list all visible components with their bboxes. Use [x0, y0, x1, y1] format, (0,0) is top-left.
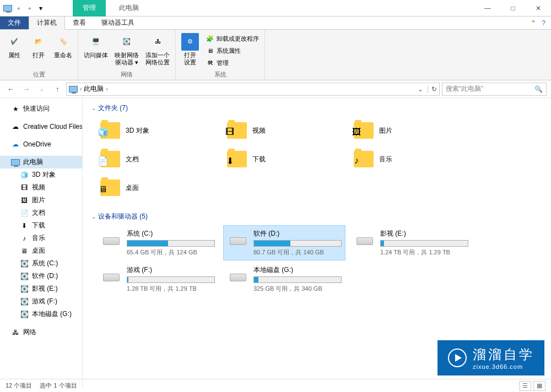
drive-item[interactable]: 软件 (D:) 80.7 GB 可用，共 140 GB — [224, 226, 345, 260]
sidebar-videos[interactable]: 🎞视频 — [0, 181, 82, 194]
drive-icon: 💽 — [20, 285, 29, 293]
folder-label: 视频 — [252, 126, 266, 135]
drive-item[interactable]: 本地磁盘 (G:) 325 GB 可用，共 340 GB — [224, 262, 345, 296]
tab-view[interactable]: 查看 — [65, 17, 94, 29]
sidebar-drive-g[interactable]: 💽本地磁盘 (G:) — [0, 308, 82, 320]
refresh-button[interactable]: ↻ — [428, 85, 437, 93]
sidebar-creative-cloud[interactable]: ☁Creative Cloud Files — [0, 121, 82, 133]
back-button[interactable]: ← — [4, 83, 18, 96]
properties-button[interactable]: ✔️属性 — [3, 31, 25, 70]
svg-marker-1 — [455, 354, 462, 362]
navbar: ← → ⌄ ↑ › 此电脑 › ⌄ ↻ 搜索"此电脑" 🔍 — [0, 80, 551, 98]
drive-label: 软件 (D:) — [253, 229, 342, 238]
statusbar: 12 个项目 选中 1 个项目 ☰ ▦ — [0, 379, 551, 392]
folder-item[interactable]: ⬇下载 — [224, 146, 328, 172]
sidebar-this-pc[interactable]: 此电脑 — [0, 156, 82, 168]
drive-item[interactable]: 系统 (C:) 65.4 GB 可用，共 124 GB — [97, 226, 218, 260]
watermark: 溜溜自学 zixue.3d66.com — [437, 340, 544, 375]
drive-icon — [227, 229, 249, 251]
address-bar[interactable]: › 此电脑 › ⌄ ↻ — [66, 83, 440, 96]
folder-item[interactable]: 🖼图片 — [350, 117, 455, 144]
folder-label: 桌面 — [126, 183, 139, 193]
sidebar-onedrive[interactable]: ☁OneDrive — [0, 138, 82, 150]
drive-item[interactable]: 游戏 (F:) 1.28 TB 可用，共 1.29 TB — [97, 262, 218, 296]
sidebar-drive-d[interactable]: 💽软件 (D:) — [0, 270, 82, 282]
view-details-button[interactable]: ☰ — [519, 381, 531, 391]
help-icon[interactable]: ? — [542, 19, 545, 27]
mapdrive-icon: 💽 — [118, 33, 136, 51]
folder-icon: 🎞 — [226, 119, 248, 141]
open-button[interactable]: 📂打开 — [28, 31, 50, 70]
section-folders-header[interactable]: ⌄ 文件夹 (7) — [91, 104, 542, 113]
drive-item[interactable]: 影视 (E:) 1.24 TB 可用，共 1.29 TB — [350, 226, 472, 260]
sidebar-drive-c[interactable]: 💽系统 (C:) — [0, 257, 82, 270]
breadcrumb-thispc[interactable]: 此电脑 — [84, 84, 104, 94]
sidebar-drive-f[interactable]: 💽游戏 (F:) — [0, 295, 82, 308]
up-button[interactable]: ↑ — [51, 83, 64, 96]
close-button[interactable]: ✕ — [526, 0, 551, 17]
addloc-icon: 🖧 — [149, 33, 166, 51]
qat-1[interactable]: ▫ — [14, 4, 23, 13]
history-dropdown[interactable]: ⌄ — [35, 83, 48, 96]
forward-button[interactable]: → — [20, 83, 33, 96]
map-drive-button[interactable]: 💽映射网络 驱动器 ▾ — [112, 31, 141, 70]
qat-dropdown[interactable]: ▾ — [36, 4, 45, 13]
chevron-icon[interactable]: › — [106, 86, 107, 92]
media-icon: 🖥️ — [87, 33, 105, 51]
rename-button[interactable]: 🏷️重命名 — [52, 31, 74, 70]
app-icon — [3, 4, 12, 13]
titlebar: ▫ ▫ ▾ 管理 此电脑 — □ ✕ — [0, 0, 551, 17]
sidebar-documents[interactable]: 📄文档 — [0, 206, 82, 219]
sidebar-3d-objects[interactable]: 🧊3D 对象 — [0, 168, 82, 181]
chevron-down-icon: ⌄ — [91, 214, 96, 220]
ribbon-tabs: 文件 计算机 查看 驱动器工具 ⌃ ? — [0, 17, 551, 30]
search-input[interactable]: 搜索"此电脑" 🔍 — [442, 83, 547, 96]
folder-item[interactable]: ♪音乐 — [350, 146, 455, 172]
system-properties-button[interactable]: 🖥系统属性 — [203, 45, 261, 56]
sidebar-music[interactable]: ♪音乐 — [0, 232, 82, 244]
folder-item[interactable]: 🧊3D 对象 — [97, 117, 202, 144]
view-icons-button[interactable]: ▦ — [533, 381, 545, 391]
drive-usage-bar — [253, 240, 342, 247]
tab-file[interactable]: 文件 — [0, 17, 29, 29]
folder-label: 文档 — [126, 155, 139, 164]
sidebar-quick-access[interactable]: ★快速访问 — [0, 102, 82, 115]
sidebar: ★快速访问 ☁Creative Cloud Files ☁OneDrive 此电… — [0, 98, 83, 389]
sidebar-downloads[interactable]: ⬇下载 — [0, 219, 82, 232]
sidebar-desktop[interactable]: 🖥桌面 — [0, 244, 82, 257]
add-network-location-button[interactable]: 🖧添加一个 网络位置 — [143, 31, 172, 70]
sidebar-drive-e[interactable]: 💽影视 (E:) — [0, 282, 82, 295]
tab-computer[interactable]: 计算机 — [29, 17, 65, 30]
qat-2[interactable]: ▫ — [25, 4, 34, 13]
drive-usage-bar — [380, 240, 468, 247]
drive-icon: 💽 — [20, 310, 29, 319]
folder-label: 3D 对象 — [126, 126, 149, 135]
chevron-down-icon: ⌄ — [91, 105, 96, 111]
folder-item[interactable]: 📄文档 — [97, 146, 202, 172]
drive-icon: 💽 — [20, 297, 29, 306]
uninstall-button[interactable]: 🧩卸载或更改程序 — [203, 33, 261, 44]
minimize-button[interactable]: — — [475, 0, 500, 17]
chevron-icon[interactable]: › — [80, 86, 82, 92]
drive-label: 游戏 (F:) — [127, 265, 215, 275]
open-settings-button[interactable]: ⚙打开 设置 — [179, 31, 201, 70]
drive-free-text: 80.7 GB 可用，共 140 GB — [253, 248, 342, 257]
folder-item[interactable]: 🎞视频 — [224, 117, 328, 144]
tab-drivetools[interactable]: 驱动器工具 — [94, 17, 142, 29]
address-dropdown-icon[interactable]: ⌄ — [418, 85, 423, 93]
drive-label: 本地磁盘 (G:) — [253, 265, 342, 275]
sidebar-pictures[interactable]: 🖼图片 — [0, 194, 82, 206]
status-selected: 选中 1 个项目 — [40, 382, 77, 390]
access-media-button[interactable]: 🖥️访问媒体 — [82, 31, 110, 70]
ribbon-collapse-icon[interactable]: ⌃ — [531, 19, 536, 27]
folder-item[interactable]: 🖥桌面 — [97, 175, 202, 201]
maximize-button[interactable]: □ — [500, 0, 526, 17]
section-drives-header[interactable]: ⌄ 设备和驱动器 (5) — [91, 212, 542, 221]
group-system-label: 系统 — [179, 70, 261, 80]
sidebar-network[interactable]: 🖧网络 — [0, 326, 82, 339]
star-icon: ★ — [11, 105, 20, 113]
drive-usage-bar — [127, 276, 215, 283]
cube-icon: 🧊 — [20, 171, 29, 179]
folder-label: 图片 — [379, 126, 392, 135]
manage-button[interactable]: 🛠管理 — [203, 57, 261, 68]
